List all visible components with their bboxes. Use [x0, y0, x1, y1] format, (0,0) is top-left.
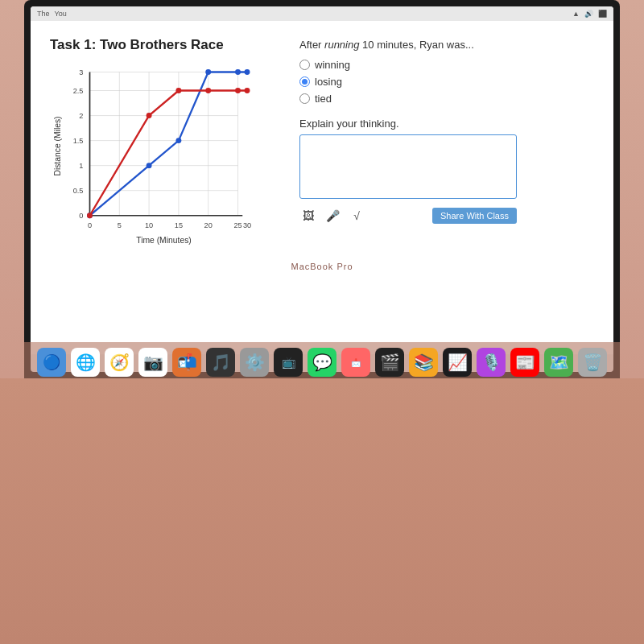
- laptop-body: The You ▲ 🔊 ⬛ Task 1: Two Brothers Race: [0, 0, 644, 644]
- svg-text:0.5: 0.5: [73, 187, 84, 195]
- svg-point-35: [235, 69, 241, 75]
- svg-text:2: 2: [79, 112, 83, 120]
- option-losing[interactable]: losing: [299, 76, 594, 88]
- svg-text:15: 15: [175, 221, 183, 229]
- dock-stocks[interactable]: 📈: [443, 348, 472, 377]
- svg-point-34: [205, 69, 211, 75]
- right-panel: After running 10 minutes, Ryan was... wi…: [299, 37, 594, 338]
- graph-svg: 0 0.5 1 1.5 2 2.5 3 0 5 10 15: [50, 63, 259, 248]
- dock-whatsapp[interactable]: 💬: [308, 348, 336, 377]
- dock-movies[interactable]: 🎬: [375, 348, 404, 377]
- screen-content: Task 1: Two Brothers Race: [31, 21, 613, 354]
- dock-news[interactable]: 📰: [510, 348, 539, 377]
- option-tied-label: tied: [315, 93, 332, 105]
- svg-text:1: 1: [79, 162, 83, 170]
- option-winning[interactable]: winning: [299, 59, 594, 71]
- svg-text:20: 20: [204, 221, 213, 229]
- svg-point-40: [205, 88, 211, 93]
- dock: 🔵 🌐 🧭 📷 📬 🎵 ⚙️ 📺 💬 📩 🎬 📚 📈 🎙️ 📰 🗺️ 🗑️: [24, 342, 620, 382]
- svg-text:30: 30: [243, 221, 251, 229]
- dock-trash[interactable]: 🗑️: [578, 348, 607, 377]
- dock-finder[interactable]: 🔵: [37, 348, 66, 377]
- svg-point-42: [245, 88, 250, 93]
- topbar-left: The You: [37, 10, 67, 18]
- left-panel: Task 1: Two Brothers Race: [50, 37, 275, 338]
- svg-text:2.5: 2.5: [73, 87, 84, 95]
- screen-topbar: The You ▲ 🔊 ⬛: [31, 6, 613, 21]
- topbar-you: You: [55, 10, 67, 18]
- mic-icon[interactable]: 🎤: [324, 207, 341, 225]
- image-icon[interactable]: 🖼: [299, 207, 317, 225]
- svg-point-33: [175, 138, 181, 143]
- svg-text:10: 10: [145, 221, 153, 229]
- question-text: After running 10 minutes, Ryan was...: [299, 39, 594, 51]
- dock-settings[interactable]: ⚙️: [240, 348, 269, 377]
- battery-icon: ⬛: [598, 10, 607, 18]
- option-tied[interactable]: tied: [299, 93, 594, 105]
- dock-maps[interactable]: 🗺️: [544, 348, 573, 377]
- dock-music[interactable]: 🎵: [206, 348, 235, 377]
- radio-losing[interactable]: [299, 76, 310, 87]
- svg-point-36: [245, 69, 250, 75]
- dock-podcasts[interactable]: 🎙️: [477, 348, 506, 377]
- explain-label: Explain your thinking.: [299, 118, 594, 130]
- radio-group: winning losing tied: [299, 59, 594, 105]
- svg-text:3: 3: [79, 68, 83, 76]
- svg-text:1.5: 1.5: [73, 137, 84, 145]
- radio-tied[interactable]: [299, 93, 310, 104]
- dock-mail[interactable]: 📬: [172, 348, 201, 377]
- svg-text:5: 5: [118, 221, 122, 229]
- svg-point-41: [235, 88, 241, 93]
- svg-text:0: 0: [79, 212, 83, 220]
- svg-point-32: [147, 163, 152, 168]
- task-title: Task 1: Two Brothers Race: [50, 37, 275, 53]
- dock-chrome[interactable]: 🌐: [71, 348, 100, 377]
- dock-safari[interactable]: 🧭: [105, 348, 134, 377]
- svg-point-39: [175, 88, 181, 93]
- explain-textarea[interactable]: [299, 134, 517, 199]
- toolbar-icons: 🖼 🎤 √: [299, 207, 365, 225]
- volume-icon: 🔊: [584, 10, 593, 18]
- svg-text:0: 0: [88, 221, 92, 229]
- dock-books[interactable]: 📚: [409, 348, 438, 377]
- dock-photos[interactable]: 📷: [138, 348, 167, 377]
- dock-notifications[interactable]: 📩: [341, 348, 370, 377]
- formula-icon[interactable]: √: [348, 207, 365, 225]
- toolbar-row: 🖼 🎤 √ Share With Class: [299, 207, 517, 225]
- topbar-the: The: [37, 10, 50, 18]
- graph-container: 0 0.5 1 1.5 2 2.5 3 0 5 10 15: [50, 63, 259, 248]
- svg-point-37: [87, 213, 93, 218]
- wifi-icon: ▲: [572, 10, 580, 18]
- keyboard-area: esc ☀ ☀ ⬛ ≡ ☀ ☀ ⏮ ⏸ ⏭ 🔇 🔉 🔊 ⏻ ~` !1 @2: [0, 378, 644, 644]
- topbar-right: ▲ 🔊 ⬛: [572, 10, 607, 18]
- dock-appletv[interactable]: 📺: [274, 348, 303, 377]
- svg-text:Distance (Miles): Distance (Miles): [53, 116, 62, 175]
- option-losing-label: losing: [315, 76, 342, 88]
- share-with-class-button[interactable]: Share With Class: [432, 208, 517, 224]
- svg-text:Time (Minutes): Time (Minutes): [136, 236, 192, 245]
- option-winning-label: winning: [315, 59, 350, 71]
- svg-point-38: [147, 113, 152, 118]
- screen-bezel: The You ▲ 🔊 ⬛ Task 1: Two Brothers Race: [24, 0, 620, 378]
- radio-winning[interactable]: [299, 60, 310, 70]
- screen: The You ▲ 🔊 ⬛ Task 1: Two Brothers Race: [31, 6, 613, 372]
- svg-text:25: 25: [233, 221, 242, 229]
- macbook-label: MacBook Pro: [291, 262, 353, 271]
